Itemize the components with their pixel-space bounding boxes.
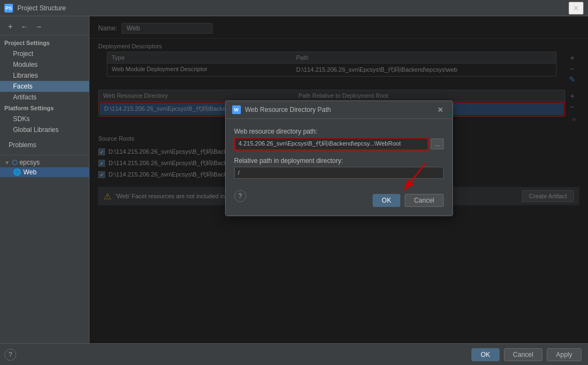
sidebar-toolbar: ＋ ← →: [0, 18, 89, 35]
dialog-cancel-button[interactable]: Cancel: [405, 194, 443, 207]
sidebar-item-libraries[interactable]: Libraries: [0, 70, 89, 81]
apply-button[interactable]: Apply: [547, 348, 581, 361]
tree-item-epcsys[interactable]: ▼ ⬡ epcsys: [0, 158, 89, 167]
dialog-buttons: OK Cancel: [373, 194, 444, 207]
sidebar-item-problems[interactable]: Problems: [0, 140, 89, 150]
path-label: Web resource directory path:: [234, 128, 444, 135]
dialog-icon: W: [232, 105, 241, 114]
dialog-body: Web resource directory path: ... Relativ…: [226, 119, 452, 216]
dialog: W Web Resource Directory Path ✕ Web reso…: [225, 100, 453, 216]
help-button[interactable]: ?: [4, 349, 16, 361]
sidebar-forward-button[interactable]: →: [33, 21, 44, 32]
content-area: Name: Deployment Descriptors Type Path W…: [90, 16, 588, 343]
sidebar-item-artifacts[interactable]: Artifacts: [0, 92, 89, 103]
window-close-button[interactable]: ✕: [568, 2, 584, 15]
title-bar: PS Project Structure ✕: [0, 0, 588, 16]
main-container: ＋ ← → Project Settings Project Modules L…: [0, 16, 588, 343]
window-title: Project Structure: [17, 4, 66, 12]
cancel-button[interactable]: Cancel: [504, 348, 542, 361]
sidebar-item-sdks[interactable]: SDKs: [0, 114, 89, 124]
tree-item-epcsys-label: epcsys: [20, 159, 40, 166]
sidebar-add-button[interactable]: ＋: [4, 21, 16, 33]
sidebar-item-libraries-label: Libraries: [13, 72, 38, 79]
ok-button[interactable]: OK: [471, 348, 499, 361]
sidebar-item-global-libraries[interactable]: Global Libraries: [0, 124, 89, 135]
browse-button[interactable]: ...: [431, 139, 443, 149]
path-field-row: ...: [234, 137, 444, 150]
dialog-ok-button[interactable]: OK: [373, 194, 400, 207]
app-icon: PS: [4, 4, 13, 12]
sidebar-item-facets[interactable]: Facets: [0, 81, 89, 92]
path-input[interactable]: [234, 137, 429, 150]
sidebar-item-facets-label: Facets: [13, 83, 33, 90]
sidebar-item-artifacts-label: Artifacts: [13, 93, 36, 101]
sidebar-item-project[interactable]: Project: [0, 48, 89, 59]
sidebar-item-modules[interactable]: Modules: [0, 59, 89, 70]
bottom-bar: ? OK Cancel Apply: [0, 343, 588, 365]
sidebar-item-problems-label: Problems: [9, 141, 36, 149]
dialog-title-bar: W Web Resource Directory Path ✕: [226, 101, 452, 119]
project-settings-header: Project Settings: [0, 37, 89, 48]
module-icon: ⬡: [12, 159, 17, 166]
relative-field: Relative path in deployment directory:: [234, 157, 444, 179]
sidebar-item-modules-label: Modules: [13, 61, 37, 68]
sidebar-item-project-label: Project: [13, 50, 33, 58]
tree-arrow-icon: ▼: [4, 160, 10, 166]
relative-field-row: [234, 167, 444, 179]
relative-label: Relative path in deployment directory:: [234, 157, 444, 165]
dialog-overlay: W Web Resource Directory Path ✕ Web reso…: [90, 16, 588, 343]
path-field: Web resource directory path: ...: [234, 128, 444, 150]
sidebar-item-global-libraries-label: Global Libraries: [13, 126, 59, 134]
sidebar-back-button[interactable]: ←: [18, 21, 30, 32]
sidebar-item-sdks-label: SDKs: [13, 115, 30, 123]
tree-item-web[interactable]: 🌐 Web: [0, 167, 89, 177]
sidebar: ＋ ← → Project Settings Project Modules L…: [0, 16, 90, 343]
title-bar-left: PS Project Structure: [4, 4, 66, 12]
platform-settings-header: Platform Settings: [0, 103, 89, 114]
dialog-help-button[interactable]: ?: [234, 190, 246, 202]
web-icon: 🌐: [13, 168, 21, 176]
dialog-close-button[interactable]: ✕: [435, 105, 446, 114]
tree-item-web-label: Web: [23, 168, 36, 176]
dialog-title: Web Resource Directory Path: [245, 106, 431, 114]
relative-input[interactable]: [234, 167, 444, 179]
